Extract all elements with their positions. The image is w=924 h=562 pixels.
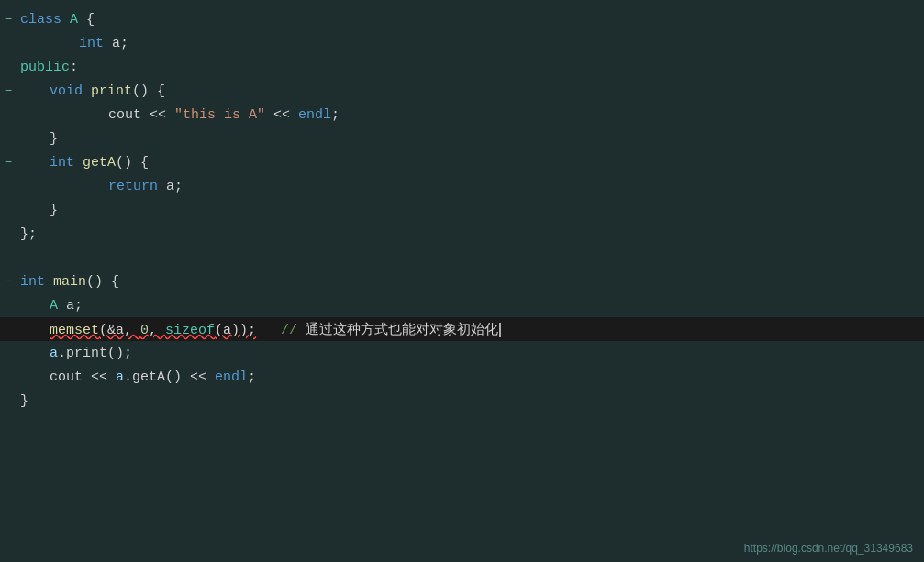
code-segment: 通过这种方式也	[306, 323, 402, 338]
code-segment: .getA() <<	[124, 369, 215, 385]
code-line: memset(&a, 0, sizeof(a)); // 通过这种方式也能对对象…	[0, 317, 924, 341]
code-segment: }	[50, 131, 58, 147]
line-content: public:	[17, 60, 924, 75]
code-segment: <<	[91, 369, 116, 385]
code-segment: cout	[50, 369, 91, 385]
fold-marker[interactable]: −	[0, 274, 17, 289]
code-line: cout << "this is A" << endl;	[0, 103, 924, 127]
code-segment: cout	[108, 107, 150, 123]
code-line: }	[0, 198, 924, 222]
code-segment: {	[78, 12, 95, 28]
code-segment: <<	[265, 107, 298, 123]
code-segment: 能对对象初始化	[402, 323, 498, 338]
code-line: int a;	[0, 31, 924, 55]
code-line	[0, 246, 924, 270]
code-segment: a;	[166, 179, 183, 194]
line-content: return a;	[17, 179, 924, 194]
code-segment: void	[50, 83, 91, 99]
code-segment: a	[116, 369, 124, 385]
line-content: class A {	[17, 12, 924, 28]
fold-marker[interactable]: −	[0, 83, 17, 98]
line-content: int a;	[17, 36, 924, 51]
code-line: −class A {	[0, 7, 924, 31]
code-segment: a;	[66, 298, 83, 314]
code-segment: <<	[150, 107, 174, 123]
code-line: a.print();	[0, 341, 924, 365]
line-content: A a;	[17, 298, 924, 314]
line-content: memset(&a, 0, sizeof(a)); // 通过这种方式也能对对象…	[17, 321, 924, 338]
line-content: cout << a.getA() << endl;	[17, 369, 924, 385]
code-line: cout << a.getA() << endl;	[0, 365, 924, 389]
code-line: −int getA() {	[0, 150, 924, 174]
code-segment: (&a,	[99, 323, 140, 338]
code-segment: a;	[112, 36, 128, 51]
code-segment: public	[20, 60, 70, 75]
code-line: return a;	[0, 174, 924, 198]
code-segment: ;	[248, 369, 256, 385]
code-line: public:	[0, 55, 924, 79]
code-segment: endl	[215, 369, 248, 385]
code-segment: () {	[132, 83, 165, 99]
code-editor: −class A {int a;public:−void print() {co…	[0, 0, 924, 562]
code-segment: //	[256, 323, 306, 338]
fold-marker[interactable]: −	[0, 12, 17, 27]
code-segment: :	[70, 60, 78, 75]
code-segment: a	[50, 346, 58, 361]
code-segment: int	[20, 274, 53, 290]
line-content: cout << "this is A" << endl;	[17, 107, 924, 123]
code-line: −void print() {	[0, 79, 924, 103]
code-segment: print	[91, 83, 132, 99]
watermark: https://blog.csdn.net/qq_31349683	[744, 542, 913, 555]
line-content: int main() {	[17, 274, 924, 290]
line-content: };	[17, 226, 924, 242]
code-segment: }	[50, 203, 58, 218]
code-segment: int	[79, 36, 112, 51]
code-line: A a;	[0, 293, 924, 317]
text-cursor	[499, 323, 501, 337]
code-segment: }	[20, 393, 28, 409]
fold-marker[interactable]: −	[0, 155, 17, 170]
line-content	[17, 250, 924, 266]
code-segment: sizeof	[165, 323, 215, 338]
code-segment: return	[108, 179, 166, 194]
code-segment: () {	[86, 274, 119, 290]
line-content: int getA() {	[17, 155, 924, 171]
line-content: }	[17, 131, 924, 147]
code-line: }	[0, 389, 924, 413]
code-line: };	[0, 222, 924, 246]
code-line: }	[0, 127, 924, 150]
code-line: −int main() {	[0, 270, 924, 293]
code-segment: getA	[83, 155, 116, 171]
code-segment: 0	[140, 323, 149, 338]
code-segment: A	[70, 12, 78, 28]
code-segment: .print();	[58, 346, 132, 361]
code-segment: int	[50, 155, 83, 171]
code-segment: ,	[149, 323, 165, 338]
line-content: void print() {	[17, 83, 924, 99]
code-segment: ;	[331, 107, 340, 123]
code-segment: };	[20, 226, 37, 242]
line-content: a.print();	[17, 346, 924, 361]
code-segment: memset	[50, 323, 99, 338]
code-segment: "this is A"	[174, 107, 265, 123]
code-segment: class	[20, 12, 70, 28]
code-segment: () {	[116, 155, 149, 171]
code-segment: A	[50, 298, 66, 314]
line-content: }	[17, 393, 924, 409]
code-segment: main	[53, 274, 86, 290]
code-segment: (a));	[215, 323, 256, 338]
code-segment: endl	[298, 107, 331, 123]
line-content: }	[17, 203, 924, 218]
